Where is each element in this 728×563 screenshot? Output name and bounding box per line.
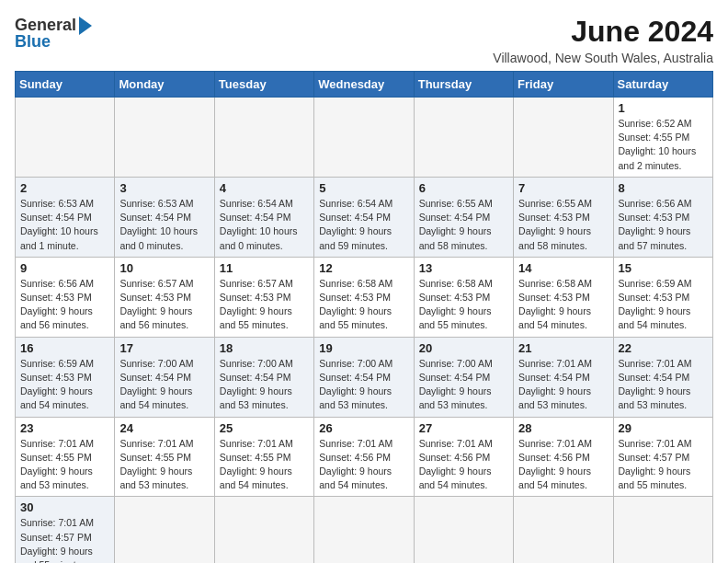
calendar-header: General Blue June 2024 Villawood, New So…: [15, 15, 713, 65]
day-info: Sunrise: 7:00 AM Sunset: 4:54 PM Dayligh…: [419, 357, 508, 413]
day-info: Sunrise: 6:57 AM Sunset: 4:53 PM Dayligh…: [220, 277, 309, 333]
calendar-empty-cell: [115, 497, 214, 563]
day-number: 29: [619, 421, 708, 435]
day-number: 24: [119, 421, 209, 435]
day-number: 30: [20, 500, 109, 514]
day-number: 6: [419, 181, 508, 195]
calendar-week-row: 1Sunrise: 6:52 AM Sunset: 4:55 PM Daylig…: [16, 98, 713, 178]
calendar-empty-cell: [314, 98, 414, 178]
calendar-week-row: 2Sunrise: 6:53 AM Sunset: 4:54 PM Daylig…: [16, 177, 713, 257]
logo-triangle-icon: [79, 17, 92, 35]
day-number: 3: [119, 181, 209, 195]
day-info: Sunrise: 6:59 AM Sunset: 4:53 PM Dayligh…: [20, 357, 109, 413]
weekday-header-wednesday: Wednesday: [314, 72, 414, 98]
calendar-empty-cell: [214, 497, 313, 563]
day-number: 2: [20, 181, 109, 195]
calendar-empty-cell: [115, 98, 214, 178]
day-number: 5: [319, 181, 408, 195]
calendar-day-cell: 20Sunrise: 7:00 AM Sunset: 4:54 PM Dayli…: [414, 337, 513, 417]
day-number: 4: [220, 181, 309, 195]
calendar-day-cell: 15Sunrise: 6:59 AM Sunset: 4:53 PM Dayli…: [613, 257, 712, 337]
calendar-empty-cell: [314, 497, 414, 563]
calendar-day-cell: 9Sunrise: 6:56 AM Sunset: 4:53 PM Daylig…: [16, 257, 115, 337]
calendar-day-cell: 27Sunrise: 7:01 AM Sunset: 4:56 PM Dayli…: [414, 417, 513, 497]
day-number: 8: [619, 181, 708, 195]
calendar-empty-cell: [414, 98, 513, 178]
day-info: Sunrise: 7:01 AM Sunset: 4:55 PM Dayligh…: [220, 437, 309, 493]
calendar-day-cell: 29Sunrise: 7:01 AM Sunset: 4:57 PM Dayli…: [613, 417, 712, 497]
day-number: 15: [619, 261, 708, 275]
logo-text-general: General: [15, 17, 76, 33]
calendar-empty-cell: [16, 98, 115, 178]
calendar-day-cell: 13Sunrise: 6:58 AM Sunset: 4:53 PM Dayli…: [414, 257, 513, 337]
day-number: 9: [20, 261, 109, 275]
day-info: Sunrise: 7:01 AM Sunset: 4:55 PM Dayligh…: [119, 437, 209, 493]
calendar-empty-cell: [214, 98, 313, 178]
calendar-day-cell: 22Sunrise: 7:01 AM Sunset: 4:54 PM Dayli…: [613, 337, 712, 417]
day-info: Sunrise: 6:59 AM Sunset: 4:53 PM Dayligh…: [619, 277, 708, 333]
calendar-day-cell: 12Sunrise: 6:58 AM Sunset: 4:53 PM Dayli…: [314, 257, 414, 337]
calendar-day-cell: 5Sunrise: 6:54 AM Sunset: 4:54 PM Daylig…: [314, 177, 414, 257]
weekday-header-row: SundayMondayTuesdayWednesdayThursdayFrid…: [16, 72, 713, 98]
month-title: June 2024: [493, 15, 713, 49]
day-number: 17: [119, 341, 209, 355]
calendar-day-cell: 17Sunrise: 7:00 AM Sunset: 4:54 PM Dayli…: [115, 337, 214, 417]
day-info: Sunrise: 7:01 AM Sunset: 4:57 PM Dayligh…: [20, 516, 109, 563]
calendar-day-cell: 30Sunrise: 7:01 AM Sunset: 4:57 PM Dayli…: [16, 497, 115, 563]
calendar-day-cell: 11Sunrise: 6:57 AM Sunset: 4:53 PM Dayli…: [214, 257, 313, 337]
day-number: 12: [319, 261, 408, 275]
day-info: Sunrise: 6:53 AM Sunset: 4:54 PM Dayligh…: [20, 197, 109, 253]
calendar-day-cell: 19Sunrise: 7:00 AM Sunset: 4:54 PM Dayli…: [314, 337, 414, 417]
weekday-header-sunday: Sunday: [16, 72, 115, 98]
calendar-day-cell: 3Sunrise: 6:53 AM Sunset: 4:54 PM Daylig…: [115, 177, 214, 257]
weekday-header-saturday: Saturday: [613, 72, 712, 98]
calendar-day-cell: 6Sunrise: 6:55 AM Sunset: 4:54 PM Daylig…: [414, 177, 513, 257]
day-info: Sunrise: 6:55 AM Sunset: 4:53 PM Dayligh…: [518, 197, 608, 253]
weekday-header-thursday: Thursday: [414, 72, 513, 98]
calendar-day-cell: 8Sunrise: 6:56 AM Sunset: 4:53 PM Daylig…: [613, 177, 712, 257]
calendar-day-cell: 14Sunrise: 6:58 AM Sunset: 4:53 PM Dayli…: [514, 257, 613, 337]
title-block: June 2024 Villawood, New South Wales, Au…: [493, 15, 713, 65]
day-info: Sunrise: 7:00 AM Sunset: 4:54 PM Dayligh…: [119, 357, 209, 413]
day-info: Sunrise: 6:57 AM Sunset: 4:53 PM Dayligh…: [119, 277, 209, 333]
location-subtitle: Villawood, New South Wales, Australia: [493, 51, 713, 65]
day-info: Sunrise: 6:58 AM Sunset: 4:53 PM Dayligh…: [419, 277, 508, 333]
day-info: Sunrise: 6:56 AM Sunset: 4:53 PM Dayligh…: [20, 277, 109, 333]
day-number: 23: [20, 421, 109, 435]
calendar-empty-cell: [414, 497, 513, 563]
day-number: 13: [419, 261, 508, 275]
day-number: 20: [419, 341, 508, 355]
day-number: 14: [518, 261, 608, 275]
calendar-week-row: 16Sunrise: 6:59 AM Sunset: 4:53 PM Dayli…: [16, 337, 713, 417]
day-number: 10: [119, 261, 209, 275]
calendar-empty-cell: [514, 98, 613, 178]
day-number: 26: [319, 421, 408, 435]
calendar-week-row: 23Sunrise: 7:01 AM Sunset: 4:55 PM Dayli…: [16, 417, 713, 497]
weekday-header-tuesday: Tuesday: [214, 72, 313, 98]
day-info: Sunrise: 7:00 AM Sunset: 4:54 PM Dayligh…: [220, 357, 309, 413]
weekday-header-friday: Friday: [514, 72, 613, 98]
calendar-empty-cell: [613, 497, 712, 563]
calendar-day-cell: 21Sunrise: 7:01 AM Sunset: 4:54 PM Dayli…: [514, 337, 613, 417]
day-number: 22: [619, 341, 708, 355]
calendar-empty-cell: [514, 497, 613, 563]
calendar-day-cell: 25Sunrise: 7:01 AM Sunset: 4:55 PM Dayli…: [214, 417, 313, 497]
day-number: 19: [319, 341, 408, 355]
day-number: 18: [220, 341, 309, 355]
day-info: Sunrise: 6:54 AM Sunset: 4:54 PM Dayligh…: [220, 197, 309, 253]
day-info: Sunrise: 7:01 AM Sunset: 4:56 PM Dayligh…: [319, 437, 408, 493]
calendar-day-cell: 24Sunrise: 7:01 AM Sunset: 4:55 PM Dayli…: [115, 417, 214, 497]
calendar-day-cell: 2Sunrise: 6:53 AM Sunset: 4:54 PM Daylig…: [16, 177, 115, 257]
day-info: Sunrise: 6:58 AM Sunset: 4:53 PM Dayligh…: [518, 277, 608, 333]
day-number: 27: [419, 421, 508, 435]
day-info: Sunrise: 6:53 AM Sunset: 4:54 PM Dayligh…: [119, 197, 209, 253]
day-info: Sunrise: 7:01 AM Sunset: 4:54 PM Dayligh…: [518, 357, 608, 413]
logo-text-blue: Blue: [15, 33, 51, 50]
day-info: Sunrise: 6:55 AM Sunset: 4:54 PM Dayligh…: [419, 197, 508, 253]
day-info: Sunrise: 6:58 AM Sunset: 4:53 PM Dayligh…: [319, 277, 408, 333]
day-number: 11: [220, 261, 309, 275]
weekday-header-monday: Monday: [115, 72, 214, 98]
calendar-day-cell: 16Sunrise: 6:59 AM Sunset: 4:53 PM Dayli…: [16, 337, 115, 417]
day-info: Sunrise: 7:01 AM Sunset: 4:55 PM Dayligh…: [20, 437, 109, 493]
calendar-week-row: 30Sunrise: 7:01 AM Sunset: 4:57 PM Dayli…: [16, 497, 713, 563]
